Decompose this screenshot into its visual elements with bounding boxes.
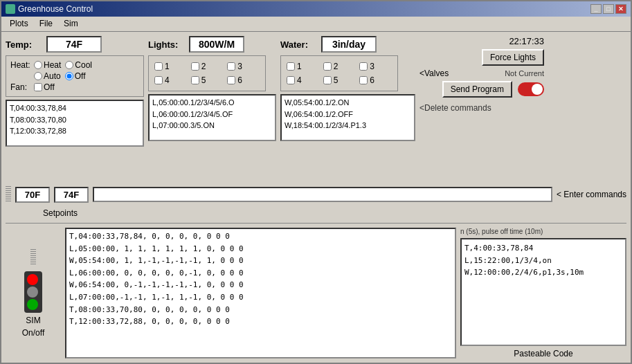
water-cb-2[interactable]	[323, 62, 332, 71]
right-panel: 22:17:33 Force Lights <Valves Not Curren…	[419, 36, 544, 181]
toggle-switch[interactable]	[518, 82, 544, 96]
traffic-light	[24, 271, 42, 313]
force-lights-button[interactable]: Force Lights	[482, 49, 544, 66]
water-panel: Water: 3in/day 1 2 3 4 5 6 W,05:54:00.1/…	[280, 36, 415, 181]
light-cb-2[interactable]	[191, 62, 199, 71]
light-label-2: 2	[201, 62, 206, 71]
temp-log-line-1: T,04:00:33,78,84	[10, 102, 140, 114]
light-cb-3[interactable]	[227, 62, 235, 71]
auto-row: Auto Off	[10, 71, 139, 81]
cool-radio[interactable]	[65, 61, 73, 69]
command-input[interactable]	[93, 187, 552, 202]
temp-log: T,04:00:33,78,84 T,08:00:33,70,80 T,12:0…	[6, 100, 144, 147]
light-4: 4	[154, 75, 187, 85]
temp-value: 74F	[46, 36, 102, 53]
app-icon	[6, 4, 15, 14]
setpoints-label: Setpoints	[43, 208, 78, 218]
light-cb-6[interactable]	[227, 76, 235, 84]
setpoint-low-input[interactable]	[15, 187, 50, 203]
water-4: 4	[287, 75, 319, 85]
bottom-section: SIM On/off T,04:00:33,78,84, 0, 0, 0, 0,…	[6, 228, 626, 358]
heat-label: Heat:	[10, 60, 31, 70]
light-3: 3	[227, 62, 260, 71]
lights-log-line-3: L,07:00:00.3/5.ON	[152, 120, 272, 131]
water-log-line-2: W,06:54:00.1/2.OFF	[285, 109, 411, 120]
water-label-4: 4	[297, 75, 302, 85]
water-cb-3[interactable]	[359, 62, 368, 71]
light-cb-1[interactable]	[154, 62, 163, 71]
pasteable-code-label: Pasteable Code	[460, 349, 626, 358]
light-cb-4[interactable]	[154, 76, 163, 84]
light-label-5: 5	[201, 75, 206, 85]
valves-label: <Valves	[419, 69, 449, 78]
temp-label: Temp:	[6, 39, 44, 50]
light-label-6: 6	[237, 75, 242, 85]
water-cb-1[interactable]	[287, 62, 295, 71]
data-table[interactable]: T,04:00:33,78,84, 0, 0, 0, 0, 0 0 0 L,05…	[65, 228, 456, 358]
drag-handle-2[interactable]	[30, 249, 36, 266]
pasteable-line-2: L,15:22:00,1/3/4,on	[464, 255, 622, 267]
off-radio[interactable]	[65, 72, 73, 80]
water-log-line-3: W,18:54:00.1/2/3/4.P1.3	[285, 120, 411, 131]
window-title: Greenhouse Control	[18, 4, 93, 14]
light-label-3: 3	[237, 62, 242, 71]
setpoints-section: < Enter commands	[6, 184, 626, 205]
cool-option: Cool	[65, 60, 92, 70]
menu-plots[interactable]: Plots	[4, 18, 34, 30]
fan-off-label: Off	[44, 82, 55, 92]
light-6: 6	[227, 75, 260, 85]
water-label-5: 5	[334, 75, 338, 85]
temp-log-line-2: T,08:00:33,70,80	[10, 114, 140, 126]
auto-radio-label: Auto	[44, 71, 61, 81]
data-row-4: W,06:54:00, 0,-1,-1,-1,-1,-1, 0, 0 0 0	[69, 279, 452, 291]
delete-commands-label: <Delete commands	[419, 103, 491, 113]
sim-label: SIM	[26, 316, 40, 325]
water-cb-5[interactable]	[323, 76, 332, 84]
water-value: 3in/day	[321, 36, 377, 53]
data-row-6: T,08:00:33,70,80, 0, 0, 0, 0, 0 0 0	[69, 304, 452, 316]
fan-label: Fan:	[10, 82, 31, 92]
heat-radio-label: Heat	[44, 60, 61, 70]
light-label-1: 1	[165, 62, 170, 71]
maximize-button[interactable]: □	[603, 4, 614, 14]
auto-option: Auto	[34, 71, 61, 81]
minimize-button[interactable]: _	[590, 4, 602, 14]
main-window: Greenhouse Control _ □ ✕ Plots File Sim …	[0, 0, 632, 364]
valves-row: <Valves Not Current	[419, 69, 544, 78]
fan-checkbox[interactable]	[34, 83, 42, 91]
heat-radio[interactable]	[34, 61, 42, 69]
water-5: 5	[323, 75, 356, 85]
not-current-label: Not Current	[505, 69, 544, 78]
heat-radio-group: Heat Cool	[34, 60, 92, 70]
off-radio-label: Off	[75, 71, 86, 81]
off-option: Off	[65, 71, 86, 81]
menu-file[interactable]: File	[34, 18, 58, 30]
data-row-0: T,04:00:33,78,84, 0, 0, 0, 0, 0 0 0	[69, 230, 452, 243]
auto-radio[interactable]	[34, 72, 42, 80]
setpoint-high-input[interactable]	[54, 187, 89, 203]
light-2: 2	[191, 62, 224, 71]
cool-radio-label: Cool	[75, 60, 92, 70]
send-program-button[interactable]: Send Program	[442, 81, 512, 98]
title-bar-left: Greenhouse Control	[6, 4, 93, 14]
water-log-line-1: W,05:54:00.1/2.ON	[285, 97, 411, 109]
data-row-5: L,07:00:00,-1,-1, 1,-1, 1,-1, 0, 0 0 0	[69, 291, 452, 304]
data-row-7: T,12:00:33,72,88, 0, 0, 0, 0, 0 0 0	[69, 316, 452, 328]
water-cb-4[interactable]	[287, 76, 295, 84]
lights-log-line-1: L,05:00:00.1/2/3/4/5/6.O	[152, 97, 272, 109]
pasteable-code-box[interactable]: T,4:00:33,78,84 L,15:22:00,1/3/4,on W,12…	[460, 238, 626, 346]
time-display: 22:17:33	[509, 36, 544, 46]
traffic-light-yellow	[27, 286, 38, 298]
temp-log-line-3: T,12:00:33,72,88	[10, 125, 140, 137]
light-cb-5[interactable]	[191, 76, 199, 84]
traffic-light-red	[27, 274, 38, 285]
fan-off-option: Off	[34, 82, 55, 92]
water-3: 3	[359, 62, 392, 71]
menu-sim[interactable]: Sim	[58, 18, 84, 30]
water-cb-6[interactable]	[359, 76, 368, 84]
water-6: 6	[359, 75, 392, 85]
close-button[interactable]: ✕	[615, 4, 626, 14]
water-label-1: 1	[297, 62, 302, 71]
drag-handle-1[interactable]	[6, 186, 11, 203]
pulse-label: n (5s), pulse off time (10m)	[460, 228, 626, 235]
